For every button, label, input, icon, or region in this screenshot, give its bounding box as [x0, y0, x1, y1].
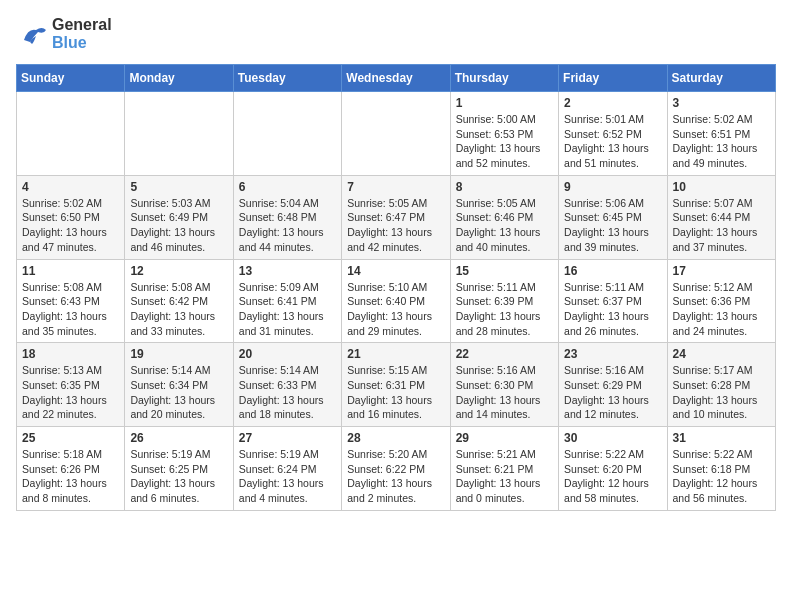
day-number: 18	[22, 347, 119, 361]
calendar-cell: 15Sunrise: 5:11 AMSunset: 6:39 PMDayligh…	[450, 259, 558, 343]
calendar-cell: 25Sunrise: 5:18 AMSunset: 6:26 PMDayligh…	[17, 427, 125, 511]
day-number: 16	[564, 264, 661, 278]
day-number: 27	[239, 431, 336, 445]
day-info: Sunrise: 5:08 AMSunset: 6:42 PMDaylight:…	[130, 280, 227, 339]
calendar-cell: 22Sunrise: 5:16 AMSunset: 6:30 PMDayligh…	[450, 343, 558, 427]
day-info: Sunrise: 5:11 AMSunset: 6:37 PMDaylight:…	[564, 280, 661, 339]
day-number: 25	[22, 431, 119, 445]
calendar-cell: 10Sunrise: 5:07 AMSunset: 6:44 PMDayligh…	[667, 175, 775, 259]
day-number: 17	[673, 264, 770, 278]
weekday-header: Monday	[125, 65, 233, 92]
day-info: Sunrise: 5:18 AMSunset: 6:26 PMDaylight:…	[22, 447, 119, 506]
day-number: 5	[130, 180, 227, 194]
day-number: 24	[673, 347, 770, 361]
day-number: 21	[347, 347, 444, 361]
day-info: Sunrise: 5:03 AMSunset: 6:49 PMDaylight:…	[130, 196, 227, 255]
calendar-cell: 23Sunrise: 5:16 AMSunset: 6:29 PMDayligh…	[559, 343, 667, 427]
day-number: 3	[673, 96, 770, 110]
day-info: Sunrise: 5:21 AMSunset: 6:21 PMDaylight:…	[456, 447, 553, 506]
day-number: 19	[130, 347, 227, 361]
day-info: Sunrise: 5:19 AMSunset: 6:24 PMDaylight:…	[239, 447, 336, 506]
day-number: 29	[456, 431, 553, 445]
calendar-cell	[233, 92, 341, 176]
calendar-cell: 14Sunrise: 5:10 AMSunset: 6:40 PMDayligh…	[342, 259, 450, 343]
calendar-cell: 2Sunrise: 5:01 AMSunset: 6:52 PMDaylight…	[559, 92, 667, 176]
calendar-cell: 1Sunrise: 5:00 AMSunset: 6:53 PMDaylight…	[450, 92, 558, 176]
calendar-week-row: 25Sunrise: 5:18 AMSunset: 6:26 PMDayligh…	[17, 427, 776, 511]
day-number: 1	[456, 96, 553, 110]
calendar-cell: 30Sunrise: 5:22 AMSunset: 6:20 PMDayligh…	[559, 427, 667, 511]
day-number: 12	[130, 264, 227, 278]
calendar-cell: 20Sunrise: 5:14 AMSunset: 6:33 PMDayligh…	[233, 343, 341, 427]
calendar-cell: 16Sunrise: 5:11 AMSunset: 6:37 PMDayligh…	[559, 259, 667, 343]
day-number: 4	[22, 180, 119, 194]
day-info: Sunrise: 5:20 AMSunset: 6:22 PMDaylight:…	[347, 447, 444, 506]
day-number: 23	[564, 347, 661, 361]
day-info: Sunrise: 5:01 AMSunset: 6:52 PMDaylight:…	[564, 112, 661, 171]
weekday-header: Thursday	[450, 65, 558, 92]
calendar-cell: 3Sunrise: 5:02 AMSunset: 6:51 PMDaylight…	[667, 92, 775, 176]
day-number: 6	[239, 180, 336, 194]
page-header: General Blue	[16, 16, 776, 52]
day-info: Sunrise: 5:04 AMSunset: 6:48 PMDaylight:…	[239, 196, 336, 255]
day-number: 9	[564, 180, 661, 194]
calendar-cell: 18Sunrise: 5:13 AMSunset: 6:35 PMDayligh…	[17, 343, 125, 427]
day-info: Sunrise: 5:02 AMSunset: 6:51 PMDaylight:…	[673, 112, 770, 171]
day-number: 11	[22, 264, 119, 278]
calendar-cell: 17Sunrise: 5:12 AMSunset: 6:36 PMDayligh…	[667, 259, 775, 343]
day-number: 30	[564, 431, 661, 445]
day-info: Sunrise: 5:10 AMSunset: 6:40 PMDaylight:…	[347, 280, 444, 339]
calendar-cell: 19Sunrise: 5:14 AMSunset: 6:34 PMDayligh…	[125, 343, 233, 427]
day-number: 8	[456, 180, 553, 194]
day-info: Sunrise: 5:22 AMSunset: 6:20 PMDaylight:…	[564, 447, 661, 506]
calendar-cell	[342, 92, 450, 176]
day-number: 10	[673, 180, 770, 194]
calendar-cell	[17, 92, 125, 176]
calendar-cell: 26Sunrise: 5:19 AMSunset: 6:25 PMDayligh…	[125, 427, 233, 511]
calendar-cell: 6Sunrise: 5:04 AMSunset: 6:48 PMDaylight…	[233, 175, 341, 259]
calendar-table: SundayMondayTuesdayWednesdayThursdayFrid…	[16, 64, 776, 511]
calendar-cell: 28Sunrise: 5:20 AMSunset: 6:22 PMDayligh…	[342, 427, 450, 511]
day-number: 26	[130, 431, 227, 445]
calendar-cell: 31Sunrise: 5:22 AMSunset: 6:18 PMDayligh…	[667, 427, 775, 511]
calendar-header-row: SundayMondayTuesdayWednesdayThursdayFrid…	[17, 65, 776, 92]
day-number: 14	[347, 264, 444, 278]
calendar-cell: 29Sunrise: 5:21 AMSunset: 6:21 PMDayligh…	[450, 427, 558, 511]
day-info: Sunrise: 5:16 AMSunset: 6:29 PMDaylight:…	[564, 363, 661, 422]
day-info: Sunrise: 5:15 AMSunset: 6:31 PMDaylight:…	[347, 363, 444, 422]
calendar-cell: 4Sunrise: 5:02 AMSunset: 6:50 PMDaylight…	[17, 175, 125, 259]
logo: General Blue	[16, 16, 112, 52]
day-info: Sunrise: 5:07 AMSunset: 6:44 PMDaylight:…	[673, 196, 770, 255]
day-info: Sunrise: 5:22 AMSunset: 6:18 PMDaylight:…	[673, 447, 770, 506]
calendar-cell: 13Sunrise: 5:09 AMSunset: 6:41 PMDayligh…	[233, 259, 341, 343]
logo-icon	[16, 20, 48, 48]
day-info: Sunrise: 5:16 AMSunset: 6:30 PMDaylight:…	[456, 363, 553, 422]
calendar-cell: 27Sunrise: 5:19 AMSunset: 6:24 PMDayligh…	[233, 427, 341, 511]
weekday-header: Tuesday	[233, 65, 341, 92]
calendar-cell: 8Sunrise: 5:05 AMSunset: 6:46 PMDaylight…	[450, 175, 558, 259]
day-info: Sunrise: 5:02 AMSunset: 6:50 PMDaylight:…	[22, 196, 119, 255]
day-number: 13	[239, 264, 336, 278]
weekday-header: Sunday	[17, 65, 125, 92]
calendar-cell: 24Sunrise: 5:17 AMSunset: 6:28 PMDayligh…	[667, 343, 775, 427]
calendar-cell: 7Sunrise: 5:05 AMSunset: 6:47 PMDaylight…	[342, 175, 450, 259]
calendar-week-row: 11Sunrise: 5:08 AMSunset: 6:43 PMDayligh…	[17, 259, 776, 343]
day-info: Sunrise: 5:00 AMSunset: 6:53 PMDaylight:…	[456, 112, 553, 171]
day-number: 28	[347, 431, 444, 445]
day-info: Sunrise: 5:11 AMSunset: 6:39 PMDaylight:…	[456, 280, 553, 339]
calendar-week-row: 1Sunrise: 5:00 AMSunset: 6:53 PMDaylight…	[17, 92, 776, 176]
calendar-cell: 12Sunrise: 5:08 AMSunset: 6:42 PMDayligh…	[125, 259, 233, 343]
day-info: Sunrise: 5:12 AMSunset: 6:36 PMDaylight:…	[673, 280, 770, 339]
calendar-week-row: 4Sunrise: 5:02 AMSunset: 6:50 PMDaylight…	[17, 175, 776, 259]
day-info: Sunrise: 5:09 AMSunset: 6:41 PMDaylight:…	[239, 280, 336, 339]
day-number: 22	[456, 347, 553, 361]
day-info: Sunrise: 5:19 AMSunset: 6:25 PMDaylight:…	[130, 447, 227, 506]
calendar-cell: 21Sunrise: 5:15 AMSunset: 6:31 PMDayligh…	[342, 343, 450, 427]
day-info: Sunrise: 5:06 AMSunset: 6:45 PMDaylight:…	[564, 196, 661, 255]
day-number: 31	[673, 431, 770, 445]
day-number: 7	[347, 180, 444, 194]
day-info: Sunrise: 5:05 AMSunset: 6:47 PMDaylight:…	[347, 196, 444, 255]
day-info: Sunrise: 5:05 AMSunset: 6:46 PMDaylight:…	[456, 196, 553, 255]
day-info: Sunrise: 5:14 AMSunset: 6:34 PMDaylight:…	[130, 363, 227, 422]
calendar-week-row: 18Sunrise: 5:13 AMSunset: 6:35 PMDayligh…	[17, 343, 776, 427]
